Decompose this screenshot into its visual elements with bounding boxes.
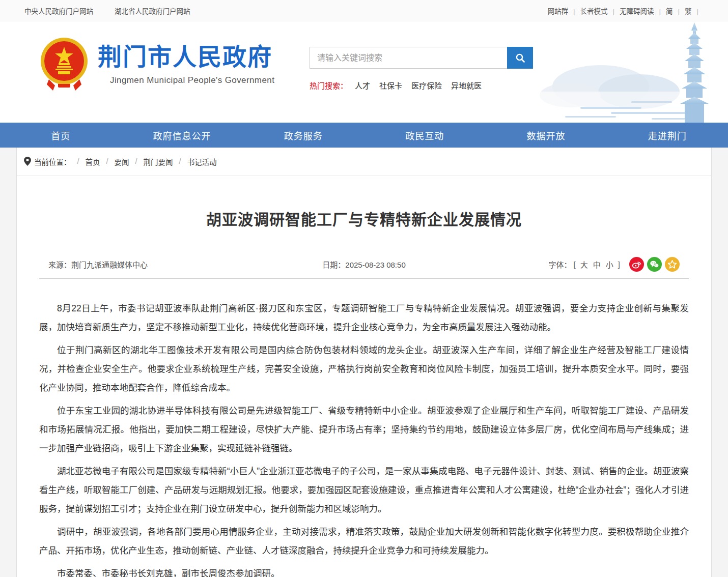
content-container: 当前位置： / 首页 / 要闻 / 荆门要闻 / (16, 148, 712, 577)
share-wechat-button[interactable] (647, 257, 662, 272)
hot-search-link[interactable]: 人才 (355, 80, 370, 91)
font-size-button[interactable]: 小 (606, 259, 613, 270)
main-nav: 首页政府信息公开政务服务政民互动数据开放走进荆门 (0, 123, 728, 148)
site-header: 荆门市人民政府 Jingmen Municipal People's Gover… (0, 21, 728, 123)
nav-item[interactable]: 数据开放 (485, 123, 606, 148)
wechat-icon (650, 259, 659, 269)
article-paragraph: 位于东宝工业园的湖北协进半导体科技有限公司是先进级智能工厂、省级专精特新中小企业… (39, 401, 689, 458)
article-body: 8月22日上午，市委书记胡亚波率队赴荆门高新区·掇刀区和东宝区，专题调研智能工厂… (39, 299, 689, 577)
header-watermark (524, 21, 728, 123)
article-paragraph: 8月22日上午，市委书记胡亚波率队赴荆门高新区·掇刀区和东宝区，专题调研智能工厂… (39, 299, 689, 337)
pagoda-icon (680, 22, 709, 123)
breadcrumb-label: 当前位置： (34, 156, 71, 167)
breadcrumb-separator: / (135, 157, 137, 165)
article: 胡亚波调研智能工厂与专精特新企业发展情况 来源：荆门九派通融媒体中心 日期：20… (17, 207, 711, 577)
topbar-link[interactable]: 长者模式| (580, 6, 620, 16)
breadcrumb-separator: / (106, 157, 108, 165)
topbar-link[interactable]: 繁| (685, 6, 704, 16)
national-emblem-icon (40, 37, 89, 92)
font-size-button[interactable]: 大 (580, 259, 588, 270)
topbar-right-links: 网站群| 长者模式| 无障碍阅读| 简| 繁| (547, 6, 704, 16)
topbar-link[interactable]: 湖北省人民政府门户网站 (115, 6, 190, 16)
site-logo[interactable]: 荆门市人民政府 Jingmen Municipal People's Gover… (40, 37, 274, 92)
article-paragraph: 市委常委、市委秘书长刘克雄，副市长周俊杰参加调研。 (39, 564, 689, 577)
nav-item[interactable]: 首页 (0, 123, 121, 148)
bracket-open: [ (574, 260, 576, 269)
hot-search-link[interactable]: 社保卡 (379, 80, 402, 91)
breadcrumb-link[interactable]: 荆门要闻 (144, 156, 173, 167)
search-icon (515, 53, 525, 63)
font-size-control: 字体： [ 大中小 ] (549, 259, 622, 270)
breadcrumb-item: / 要闻 (100, 156, 129, 167)
hot-search-link[interactable]: 异地就医 (451, 80, 482, 91)
search-area: 热门搜索： 人才社保卡医疗保险异地就医 (310, 47, 534, 91)
location-pin-icon (24, 157, 31, 166)
pipe-separator: | (573, 8, 575, 15)
weibo-icon (632, 259, 641, 269)
breadcrumb: 当前位置： / 首页 / 要闻 / 荆门要闻 / (17, 148, 711, 176)
nav-item[interactable]: 走进荆门 (607, 123, 728, 148)
article-title: 胡亚波调研智能工厂与专精特新企业发展情况 (39, 207, 689, 229)
meta-divider (39, 278, 689, 279)
topbar-left-links: 中央人民政府门户网站湖北省人民政府门户网站 (24, 6, 190, 16)
top-utility-bar: 中央人民政府门户网站湖北省人民政府门户网站 网站群| 长者模式| 无障碍阅读| … (0, 0, 728, 21)
article-tools: 字体： [ 大中小 ] (549, 257, 680, 272)
breadcrumb-item: / 书记活动 (173, 156, 217, 167)
article-paragraph: 位于荆门高新区的湖北华工图像技术开发有限公司是国内综合防伪包装材料领域的龙头企业… (39, 341, 689, 397)
hot-search-links: 人才社保卡医疗保险异地就医 (355, 80, 482, 91)
search-button[interactable] (507, 47, 533, 69)
breadcrumb-link[interactable]: 要闻 (115, 156, 129, 167)
font-size-button[interactable]: 中 (593, 259, 601, 270)
breadcrumb-link[interactable]: 首页 (86, 156, 100, 167)
article-date: 日期：2025-08-23 08:50 (322, 259, 405, 270)
article-meta-row: 来源：荆门九派通融媒体中心 日期：2025-08-23 08:50 字体： [ … (39, 256, 689, 272)
bracket-close: ] (618, 260, 620, 269)
star-icon (667, 259, 677, 269)
search-input[interactable] (310, 47, 507, 69)
breadcrumb-link[interactable]: 书记活动 (187, 156, 217, 167)
breadcrumb-separator: / (77, 157, 79, 165)
share-qzone-button[interactable] (665, 257, 680, 272)
font-size-label: 字体： (549, 259, 572, 270)
topbar-link[interactable]: 网站群| (547, 6, 580, 16)
nav-item[interactable]: 政民互动 (364, 123, 485, 148)
site-title: 荆门市人民政府 (98, 43, 272, 70)
pipe-separator: | (659, 8, 661, 15)
share-weibo-button[interactable] (629, 257, 644, 272)
breadcrumb-separator: / (179, 157, 181, 165)
site-subtitle: Jingmen Municipal People's Government (98, 75, 274, 85)
topbar-link[interactable]: 无障碍阅读| (620, 6, 666, 16)
hot-search-link[interactable]: 医疗保险 (411, 80, 442, 91)
article-source: 来源：荆门九派通融媒体中心 (48, 259, 148, 270)
topbar-link[interactable]: 中央人民政府门户网站 (24, 6, 93, 16)
article-paragraph: 调研中，胡亚波强调，各地各部门要用心用情服务企业，主动对接需求，精准落实政策，鼓… (39, 523, 689, 560)
breadcrumb-item: / 首页 (71, 156, 100, 167)
article-paragraph: 湖北亚芯微电子有限公司是国家级专精特新“小巨人”企业浙江亚芯微电子的子公司，是一… (39, 462, 689, 518)
hot-search-label: 热门搜索： (310, 80, 348, 91)
nav-item[interactable]: 政务服务 (243, 123, 364, 148)
pipe-separator: | (696, 8, 698, 15)
nav-item[interactable]: 政府信息公开 (121, 123, 242, 148)
pipe-separator: | (612, 8, 614, 15)
breadcrumb-item: / 荆门要闻 (129, 156, 173, 167)
pipe-separator: | (678, 8, 680, 15)
topbar-link[interactable]: 简| (666, 6, 685, 16)
